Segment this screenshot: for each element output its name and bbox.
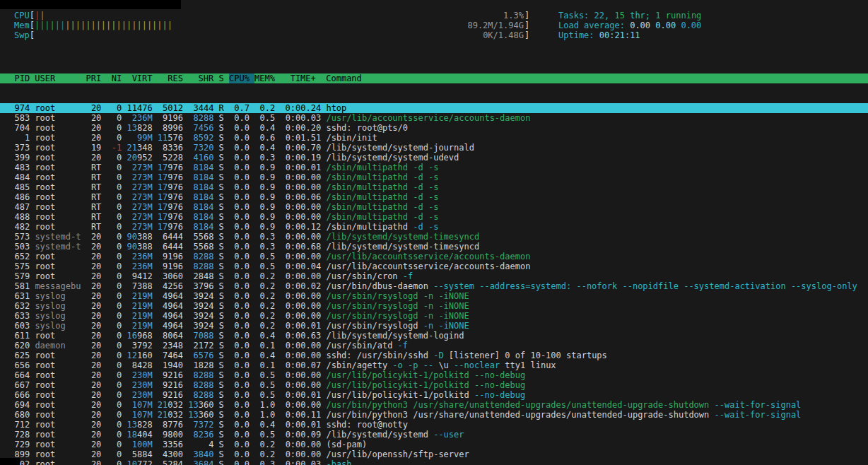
process-rows: 974 root 20 0 11476 5012 3444 R 0.7 0.2 …	[0, 103, 868, 465]
column-header-s[interactable]: S	[219, 73, 229, 83]
process-row-573[interactable]: 573 systemd-t 20 0 90388 6444 5568 S 0.0…	[0, 232, 868, 242]
mem-meter-label: Mem	[14, 20, 30, 30]
process-row-680[interactable]: 680 root 20 0 107M 21032 13360 S 0.0 1.0…	[0, 410, 868, 420]
process-row-666[interactable]: 666 root 20 0 230M 9216 8288 S 0.0 0.5 0…	[0, 390, 868, 400]
meter-column: CPU[||1.3%]Mem[|||||||||||||||||||||||||…	[14, 11, 529, 40]
process-row-1[interactable]: 1 root 20 0 99M 11576 8592 S 0.0 0.6 0:0…	[0, 133, 868, 143]
mem-meter-bar: |||||||||||||||||||||||||||89.2M/1.94G	[35, 20, 524, 30]
cpu-meter-label: CPU	[14, 11, 30, 20]
uptime: Uptime: 00:21:11	[558, 30, 701, 40]
mem-meter: Mem[|||||||||||||||||||||||||||89.2M/1.9…	[14, 20, 529, 30]
process-row-503[interactable]: 503 systemd-t 20 0 90388 6444 5568 S 0.0…	[0, 242, 868, 252]
process-row-704[interactable]: 704 root 20 0 13828 8996 7456 S 0.0 0.4 …	[0, 123, 868, 133]
window-chrome-strip	[0, 0, 181, 9]
column-header-shr[interactable]: SHR	[188, 73, 218, 83]
column-header-cpu[interactable]: CPU%	[229, 73, 254, 83]
process-row-712[interactable]: 712 root 20 0 13828 8776 7372 S 0.0 0.4 …	[0, 420, 868, 430]
htop-terminal: CPU[||1.3%]Mem[|||||||||||||||||||||||||…	[0, 0, 868, 465]
process-row-633[interactable]: 633 syslog 20 0 219M 4964 3924 S 0.0 0.2…	[0, 311, 868, 321]
process-row-652[interactable]: 652 root 20 0 236M 9196 8288 S 0.0 0.5 0…	[0, 252, 868, 261]
process-row-483[interactable]: 483 root RT 0 273M 17976 8184 S 0.0 0.9 …	[0, 163, 868, 172]
process-row-484[interactable]: 484 root RT 0 273M 17976 8184 S 0.0 0.9 …	[0, 172, 868, 182]
column-header-pri[interactable]: PRI	[86, 73, 107, 83]
process-row-581[interactable]: 581 messagebu 20 0 7388 4256 3796 S 0.0 …	[0, 281, 868, 291]
process-row-974[interactable]: 974 root 20 0 11476 5012 3444 R 0.7 0.2 …	[0, 103, 868, 113]
tasks-summary: Tasks: 22, 15 thr; 1 running	[558, 11, 701, 20]
column-header-pid[interactable]: PID	[4, 73, 35, 83]
process-row-632[interactable]: 632 syslog 20 0 219M 4964 3924 S 0.0 0.2…	[0, 301, 868, 311]
swp-meter-label: Swp	[14, 30, 30, 40]
column-header-res[interactable]: RES	[158, 73, 188, 83]
process-row-902[interactable]: 902 root 20 0 10772 5284 3684 S 0.0 0.3 …	[0, 459, 868, 465]
process-row-488[interactable]: 488 root RT 0 273M 17976 8184 S 0.0 0.9 …	[0, 212, 868, 222]
column-header-time[interactable]: TIME+	[280, 73, 326, 83]
process-row-667[interactable]: 667 root 20 0 230M 9216 8288 S 0.0 0.5 0…	[0, 380, 868, 390]
column-header-cmd[interactable]: Command	[326, 73, 362, 83]
process-row-399[interactable]: 399 root 20 0 20952 5228 4160 S 0.0 0.3 …	[0, 153, 868, 163]
column-header-user[interactable]: USER	[35, 73, 86, 83]
process-row-487[interactable]: 487 root RT 0 273M 17976 8184 S 0.0 0.9 …	[0, 202, 868, 212]
mem-meter-value: 89.2M/1.94G	[467, 20, 523, 30]
process-row-899[interactable]: 899 root 20 0 5884 4300 3840 S 0.0 0.2 0…	[0, 449, 868, 459]
process-row-583[interactable]: 583 root 20 0 236M 9196 8288 S 0.0 0.5 0…	[0, 113, 868, 123]
cpu-meter-value: 1.3%	[503, 11, 524, 20]
process-row-664[interactable]: 664 root 20 0 230M 9216 8288 S 0.0 0.5 0…	[0, 370, 868, 380]
swp-meter-value: 0K/1.48G	[483, 30, 524, 40]
process-row-631[interactable]: 631 syslog 20 0 219M 4964 3924 S 0.0 0.2…	[0, 291, 868, 301]
process-row-575[interactable]: 575 root 20 0 236M 9196 8288 S 0.0 0.5 0…	[0, 261, 868, 271]
process-row-486[interactable]: 486 root RT 0 273M 17976 8184 S 0.0 0.9 …	[0, 192, 868, 202]
process-row-728[interactable]: 728 root 20 0 18404 9800 8236 S 0.0 0.5 …	[0, 430, 868, 440]
load-average: Load average: 0.00 0.00 0.00	[558, 20, 701, 30]
process-row-729[interactable]: 729 root 20 0 100M 3356 4 S 0.0 0.2 0:00…	[0, 440, 868, 449]
stats-column: Tasks: 22, 15 thr; 1 runningLoad average…	[558, 11, 701, 40]
cpu-meter-bar: ||1.3%	[35, 11, 524, 20]
process-row-611[interactable]: 611 root 20 0 16968 8064 7088 S 0.0 0.4 …	[0, 331, 868, 341]
process-table-header[interactable]: PID USER PRI NI VIRT RES SHR S CPU% MEM%…	[0, 73, 868, 83]
column-header-mem[interactable]: MEM%	[254, 73, 280, 83]
process-row-373[interactable]: 373 root 19 -1 21348 8336 7320 S 0.0 0.4…	[0, 143, 868, 153]
column-header-ni[interactable]: NI	[107, 73, 127, 83]
bottom-corner-strip	[0, 458, 20, 465]
process-row-625[interactable]: 625 root 20 0 12160 7464 6576 S 0.0 0.4 …	[0, 351, 868, 360]
process-row-579[interactable]: 579 root 20 0 9412 3060 2848 S 0.0 0.2 0…	[0, 271, 868, 281]
swp-meter: Swp[0K/1.48G]	[14, 30, 529, 40]
process-table: PID USER PRI NI VIRT RES SHR S CPU% MEM%…	[0, 54, 868, 465]
process-row-603[interactable]: 603 syslog 20 0 219M 4964 3924 S 0.0 0.2…	[0, 321, 868, 331]
swp-meter-bar: 0K/1.48G	[35, 30, 524, 40]
process-row-694[interactable]: 694 root 20 0 107M 21032 13360 S 0.0 1.0…	[0, 400, 868, 410]
process-row-620[interactable]: 620 daemon 20 0 3792 2348 2172 S 0.0 0.1…	[0, 341, 868, 351]
process-row-482[interactable]: 482 root RT 0 273M 17976 8184 S 0.0 0.9 …	[0, 222, 868, 232]
process-row-485[interactable]: 485 root RT 0 273M 17976 8184 S 0.0 0.9 …	[0, 182, 868, 192]
process-row-656[interactable]: 656 root 20 0 8428 1940 1828 S 0.0 0.1 0…	[0, 360, 868, 370]
column-header-virt[interactable]: VIRT	[127, 73, 157, 83]
cpu-meter: CPU[||1.3%]	[14, 11, 529, 20]
